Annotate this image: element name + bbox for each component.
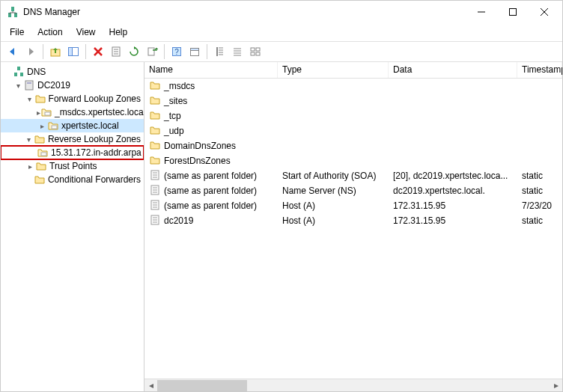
- chevron-down-icon[interactable]: ▾: [25, 95, 34, 103]
- list-row[interactable]: dc2019Host (A)172.31.15.95static: [144, 213, 562, 228]
- tree-node-dns[interactable]: DNS: [1, 65, 144, 79]
- cell-text: _udp: [164, 126, 184, 136]
- cell-text: _sites: [164, 96, 187, 106]
- cell-name: (same as parent folder): [144, 184, 278, 198]
- cell-data: [20], dc2019.xpertstec.loca...: [389, 171, 517, 181]
- cell-name: _sites: [144, 94, 278, 108]
- list-row[interactable]: ForestDnsZones: [144, 153, 562, 168]
- chevron-right-icon[interactable]: ▸: [37, 122, 47, 130]
- list-row[interactable]: DomainDnsZones: [144, 138, 562, 153]
- cell-name: _udp: [144, 124, 278, 138]
- show-hide-tree-button[interactable]: [66, 44, 81, 59]
- list-row[interactable]: _msdcs: [144, 79, 562, 94]
- scroll-track[interactable]: [157, 380, 550, 391]
- toolbar-separator: [207, 44, 207, 59]
- menu-file[interactable]: File: [10, 27, 24, 37]
- zone-icon: [40, 106, 52, 118]
- cell-timestamp: static: [517, 186, 562, 196]
- cell-type: Host (A): [278, 200, 389, 211]
- svg-rect-33: [256, 52, 260, 55]
- list-row[interactable]: (same as parent folder)Name Server (NS)d…: [144, 183, 562, 198]
- col-header-type[interactable]: Type: [278, 62, 389, 78]
- tree-label: _msdcs.xpertstec.local: [55, 107, 144, 117]
- titlebar: DNS Manager: [1, 1, 562, 23]
- properties-button[interactable]: [109, 44, 124, 59]
- list-body: _msdcs_sites_tcp_udpDomainDnsZonesForest…: [144, 79, 562, 379]
- svg-rect-16: [148, 48, 154, 55]
- tree-node-reverse-zone[interactable]: 15.31.172.in-addr.arpa: [1, 146, 144, 159]
- tree-node-flz[interactable]: ▾ Forward Lookup Zones: [1, 92, 144, 105]
- svg-rect-0: [11, 7, 14, 11]
- menu-action[interactable]: Action: [37, 27, 62, 37]
- minimize-button[interactable]: [472, 3, 490, 21]
- folder-icon: [149, 94, 161, 108]
- cell-name: DomainDnsZones: [144, 139, 278, 153]
- tree-node-xpertstec-zone[interactable]: ▸ xpertstec.local: [1, 119, 144, 132]
- cell-name: (same as parent folder): [144, 169, 278, 183]
- forward-button[interactable]: [23, 44, 38, 59]
- scroll-left-icon[interactable]: ◂: [144, 379, 157, 392]
- folder-icon: [149, 124, 161, 138]
- delete-button[interactable]: [91, 44, 106, 59]
- col-header-timestamp[interactable]: Timestamp: [517, 62, 562, 78]
- tree-label: Forward Lookup Zones: [49, 94, 141, 104]
- svg-rect-35: [14, 73, 17, 76]
- menu-view[interactable]: View: [76, 27, 96, 37]
- menubar: File Action View Help: [1, 23, 562, 41]
- tree-node-server[interactable]: ▾ DC2019: [1, 79, 144, 92]
- filter-button-1[interactable]: [212, 44, 227, 59]
- new-window-button[interactable]: [187, 44, 202, 59]
- folder-icon: [35, 160, 47, 172]
- close-button[interactable]: [535, 3, 553, 21]
- cell-name: _tcp: [144, 109, 278, 123]
- svg-rect-36: [20, 73, 23, 76]
- tree-node-conditional-forwarders[interactable]: Conditional Forwarders: [1, 173, 144, 186]
- menu-help[interactable]: Help: [109, 27, 128, 37]
- cell-text: (same as parent folder): [164, 186, 257, 196]
- list-row[interactable]: _udp: [144, 123, 562, 138]
- list-row[interactable]: (same as parent folder)Start of Authorit…: [144, 168, 562, 183]
- list-row[interactable]: _tcp: [144, 108, 562, 123]
- tree-node-trust-points[interactable]: ▸ Trust Points: [1, 159, 144, 173]
- maximize-button[interactable]: [504, 3, 522, 21]
- refresh-button[interactable]: [127, 44, 141, 59]
- filter-button-2[interactable]: [230, 44, 245, 59]
- cell-timestamp: static: [517, 171, 562, 181]
- cell-text: (same as parent folder): [164, 200, 257, 211]
- filter-button-3[interactable]: [248, 44, 263, 59]
- record-icon: [149, 169, 161, 183]
- chevron-down-icon[interactable]: ▾: [25, 135, 34, 144]
- horizontal-scrollbar[interactable]: ◂ ▸: [144, 379, 562, 391]
- back-button[interactable]: [5, 44, 20, 59]
- help-button[interactable]: ?: [169, 44, 184, 59]
- scroll-thumb[interactable]: [157, 380, 247, 391]
- list-row[interactable]: (same as parent folder)Host (A)172.31.15…: [144, 198, 562, 213]
- cell-timestamp: static: [517, 215, 562, 226]
- tree-label: DNS: [27, 67, 46, 77]
- svg-rect-31: [256, 48, 260, 51]
- tree-label: Trust Points: [49, 161, 97, 171]
- svg-rect-34: [17, 67, 20, 70]
- cell-timestamp: 7/23/20: [517, 200, 562, 211]
- chevron-down-icon[interactable]: ▾: [13, 82, 23, 90]
- cell-text: dc2019: [164, 215, 193, 226]
- up-button[interactable]: [48, 44, 63, 59]
- export-button[interactable]: [144, 44, 159, 59]
- scroll-right-icon[interactable]: ▸: [550, 379, 562, 392]
- tree-node-msdcs-zone[interactable]: ▸ _msdcs.xpertstec.local: [1, 105, 144, 119]
- list-row[interactable]: _sites: [144, 94, 562, 108]
- chevron-right-icon[interactable]: ▸: [25, 162, 35, 171]
- toolbar: ?: [1, 41, 562, 62]
- server-icon: [23, 79, 35, 91]
- tree-node-rlz[interactable]: ▾ Reverse Lookup Zones: [1, 132, 144, 146]
- tree-label: xpertstec.local: [61, 120, 119, 131]
- col-header-data[interactable]: Data: [389, 62, 517, 78]
- svg-rect-32: [251, 52, 255, 55]
- cell-text: _tcp: [164, 111, 181, 121]
- zone-icon: [37, 147, 49, 159]
- cell-type: Name Server (NS): [278, 186, 389, 196]
- cell-data: 172.31.15.95: [389, 215, 517, 226]
- col-header-name[interactable]: Name: [144, 62, 278, 78]
- record-icon: [149, 214, 161, 228]
- cell-text: _msdcs: [164, 81, 195, 91]
